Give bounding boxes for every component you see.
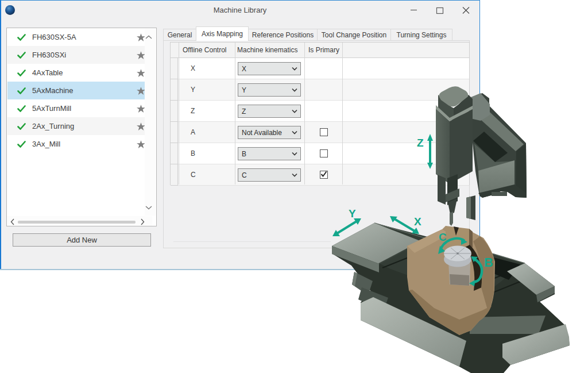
svg-text:C: C [439,231,447,243]
svg-text:B: B [484,255,493,270]
svg-text:Z: Z [417,137,424,149]
svg-text:Y: Y [349,207,356,220]
svg-text:X: X [414,216,421,228]
